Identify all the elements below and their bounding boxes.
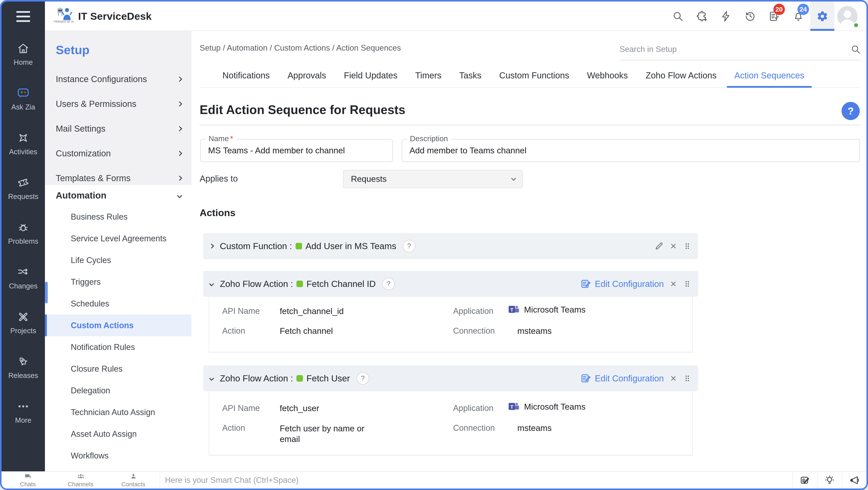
smart-chat-input[interactable] [165,475,792,485]
tab-zoho-flow-actions[interactable]: Zoho Flow Actions [637,63,725,87]
edit-button[interactable] [654,241,664,251]
puzzle-add-icon [696,10,708,22]
setup-group-automation[interactable]: Automation [45,185,191,206]
rail-item-home[interactable]: Home [2,32,45,77]
remove-action-button[interactable]: × [670,279,676,289]
setup-item-triggers[interactable]: Triggers [45,271,191,293]
tab-bar: Notifications Approvals Field Updates Ti… [199,63,860,88]
tab-tasks[interactable]: Tasks [450,63,490,87]
rail-item-projects[interactable]: Projects [2,300,45,345]
remove-action-button[interactable]: × [670,241,676,251]
application-label: Application [453,307,493,316]
setup-item-life-cycles[interactable]: Life Cycles [45,249,191,271]
compose-button[interactable] [792,472,817,488]
tab-notifications[interactable]: Notifications [214,63,279,87]
user-menu[interactable] [834,2,860,31]
application-label: Application [453,404,493,413]
expand-chevron-icon[interactable] [209,244,214,249]
action-label: Action [222,326,245,336]
setup-scrollbar-thumb[interactable] [45,282,48,304]
rail-item-requests[interactable]: Requests [2,166,45,211]
compose-note-icon [800,475,810,485]
bottombar-tab-label: Contacts [121,481,145,488]
bottombar-tab-contacts[interactable]: Contacts [107,472,160,488]
rail-item-ask-zia[interactable]: Ask Zia [2,77,45,121]
bottombar-tab-channels[interactable]: Channels [54,472,107,488]
setup-item-technician-auto-assign[interactable]: Technician Auto Assign [45,401,191,423]
ideas-button[interactable] [817,472,842,488]
hint-button[interactable]: ? [403,240,415,252]
setup-button[interactable] [810,2,834,31]
setup-group-users-permissions[interactable]: Users & Permissions [45,91,191,116]
setup-item-workflows[interactable]: Workflows [45,445,191,466]
setup-item-custom-actions[interactable]: Custom Actions [45,315,191,336]
approvals-button[interactable]: 20 [762,2,786,31]
quick-actions-button[interactable] [714,2,738,31]
connection-value: msteams [517,326,552,336]
more-dots-icon [17,400,30,413]
announcements-button[interactable] [842,472,866,488]
help-button[interactable]: ? [841,102,860,120]
bottombar-tab-chats[interactable]: Chats [2,472,54,488]
setup-item-service-level-agreements[interactable]: Service Level Agreements [45,228,191,249]
notifications-button[interactable]: 24 [786,2,810,31]
setup-search-field[interactable] [620,39,861,60]
drag-dots-icon [683,279,691,289]
tab-custom-functions[interactable]: Custom Functions [490,63,578,87]
setup-item-schedules[interactable]: Schedules [45,293,191,315]
home-icon [17,42,30,55]
marketplace-button[interactable] [690,2,714,31]
hamburger-menu-icon[interactable] [16,11,30,22]
drag-handle[interactable] [683,241,691,251]
microsoft-teams-icon: T [507,401,520,413]
setup-group-instance-configurations[interactable]: Instance Configurations [45,67,191,91]
ask-zia-icon [17,87,30,99]
hint-button[interactable]: ? [382,278,395,290]
tab-webhooks[interactable]: Webhooks [578,63,637,87]
rail-item-releases[interactable]: Releases [2,345,45,390]
drag-handle[interactable] [683,374,691,383]
edit-configuration-label: Edit Configuration [595,279,664,289]
rail-label: Releases [8,371,38,380]
setup-search-input[interactable] [620,45,850,54]
chevron-right-icon [177,101,182,107]
hint-button[interactable]: ? [356,372,369,385]
remove-action-button[interactable]: × [670,373,676,383]
svg-text:T: T [510,307,514,313]
setup-group-customization[interactable]: Customization [45,141,191,166]
global-search-button[interactable] [666,2,690,31]
rail-item-activities[interactable]: Activities [2,121,45,166]
drag-handle[interactable] [683,279,691,289]
rail-label: Requests [8,193,38,201]
edit-configuration-button[interactable]: Edit Configuration [581,373,664,384]
action-type-label: Zoho Flow Action : [220,373,293,383]
rail-item-changes[interactable]: Changes [2,256,45,300]
tab-action-sequences[interactable]: Action Sequences [725,63,813,87]
setup-item-asset-auto-assign[interactable]: Asset Auto Assign [45,423,191,445]
collapse-chevron-icon[interactable] [209,282,214,287]
applies-to-dropdown[interactable]: Requests [343,170,523,188]
rail-label: Problems [8,237,38,246]
tab-approvals[interactable]: Approvals [279,63,335,87]
search-icon[interactable] [850,44,861,55]
setup-group-mail-settings[interactable]: Mail Settings [45,116,191,141]
tab-field-updates[interactable]: Field Updates [335,63,406,87]
rail-item-problems[interactable]: Problems [2,211,45,256]
collapse-chevron-icon[interactable] [209,376,214,381]
setup-item-closure-rules[interactable]: Closure Rules [45,358,191,380]
description-input[interactable] [402,139,860,162]
rail-item-more[interactable]: More [2,390,45,435]
history-button[interactable] [738,2,762,31]
setup-item-notification-rules[interactable]: Notification Rules [45,336,191,358]
name-input[interactable] [201,139,392,162]
tab-timers[interactable]: Timers [406,63,451,87]
smart-chat-field[interactable] [160,472,792,488]
module-rail: Home Ask Zia Activities Requests [2,2,45,471]
chevron-down-icon [177,193,182,198]
setup-item-delegation[interactable]: Delegation [45,380,191,401]
app-logo: FRIENDS OF AI [55,6,73,26]
api-name-value: fetch_user [280,404,319,413]
setup-item-business-rules[interactable]: Business Rules [45,206,191,228]
edit-configuration-button[interactable]: Edit Configuration [581,279,664,289]
action-label: Action [222,423,245,433]
